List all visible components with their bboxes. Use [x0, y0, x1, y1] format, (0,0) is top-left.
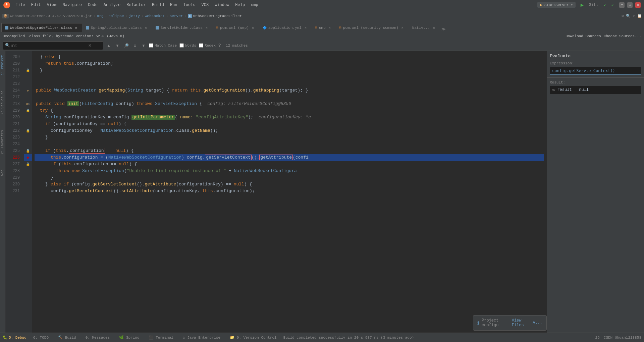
tab2-close-button[interactable]: ✕: [144, 25, 148, 30]
vc-icon: 📁: [230, 336, 234, 340]
tab-applicationyml[interactable]: 🔷 application.yml ✕: [259, 23, 312, 32]
menu-analyze[interactable]: Analyze: [101, 2, 123, 8]
close-button[interactable]: ✕: [635, 2, 641, 8]
tab7-close-button[interactable]: ✕: [400, 25, 405, 30]
run-button[interactable]: ▶: [581, 2, 584, 8]
vertical-tab-structure[interactable]: 7: Structure: [0, 88, 5, 117]
tab-pomxml-security[interactable]: m pom.xml (security-common) ✕: [336, 23, 409, 32]
menu-run[interactable]: Run: [167, 2, 180, 8]
search-close-button[interactable]: ✕: [87, 42, 93, 49]
breadcrumb-websocket[interactable]: websocket: [145, 14, 165, 18]
download-sources-link[interactable]: Download Sources: [566, 34, 601, 38]
vertical-tab-project[interactable]: 1: Project: [0, 52, 5, 78]
debug-tab[interactable]: 🐛 5: Debug: [3, 335, 26, 340]
evaluate-title: Evaluate: [550, 54, 641, 59]
tooltip-more-link[interactable]: A...: [533, 321, 542, 325]
line-num-228: 228: [7, 168, 22, 174]
vertical-tab-web[interactable]: Web: [0, 167, 5, 178]
toolbar: 📦 websocket-server-9.4.47.v20220610.jar …: [0, 10, 644, 22]
tab-pomxml[interactable]: m pom.xml (ump) ✕: [213, 23, 259, 32]
search-up-button[interactable]: ▲: [105, 42, 112, 49]
debug-point-226: ●: [26, 155, 29, 160]
tab-websocketupgradefilter[interactable]: WebSocketUpgradeFilter.class ✕: [1, 23, 82, 32]
tab-close-button[interactable]: ✕: [74, 25, 78, 30]
expression-input[interactable]: [550, 67, 641, 75]
menu-file[interactable]: File: [13, 2, 28, 8]
spring-icon: 🌿: [119, 336, 124, 340]
line-numbers: 209 210 211 212 213 214 217 218 219 220 …: [5, 51, 24, 341]
todo-tab[interactable]: 6: TODO: [31, 335, 51, 340]
match-case-checkbox[interactable]: [149, 43, 153, 48]
match-case-option[interactable]: Match Case: [149, 43, 177, 48]
tab-ump[interactable]: m ump ✕: [312, 23, 336, 32]
java-enterprise-tab[interactable]: ☕ Java Enterprise: [180, 335, 223, 340]
search-icon: 🔍: [5, 43, 10, 48]
breadcrumb-jetty[interactable]: jetty: [129, 14, 140, 18]
search-input[interactable]: [11, 43, 85, 48]
regex-option[interactable]: Regex: [199, 43, 216, 48]
breadcrumb-org[interactable]: org: [97, 14, 104, 18]
messages-tab[interactable]: 0: Messages: [83, 335, 113, 340]
breadcrumb-eclipse[interactable]: eclipse: [108, 14, 124, 18]
hammer-icon: 🔨: [58, 336, 63, 340]
code-line-217: [35, 94, 544, 101]
code-line-212: [35, 74, 544, 80]
spring-tab[interactable]: 🌿 Spring: [116, 335, 142, 340]
menu-window[interactable]: Window: [212, 2, 232, 8]
breadcrumb-class[interactable]: WebSocketUpgradeFilter: [193, 14, 242, 18]
menu-tools[interactable]: Tools: [181, 2, 198, 8]
view-files-link[interactable]: View Files: [512, 318, 530, 328]
tab-springapplication[interactable]: SpringApplication.class ✕: [82, 23, 152, 32]
regex-checkbox[interactable]: [199, 43, 203, 48]
tab5-close-button[interactable]: ✕: [303, 25, 308, 30]
maximize-button[interactable]: □: [627, 2, 633, 8]
more-tabs-button[interactable]: ≫: [441, 27, 446, 32]
line-num-211: 211: [7, 67, 22, 74]
words-option[interactable]: Words: [179, 43, 196, 48]
code-line-223: }: [35, 134, 544, 141]
minimize-button[interactable]: ─: [619, 2, 625, 8]
tab3-class-icon: [156, 26, 159, 30]
status-bar: 🐛 5: Debug 6: TODO 🔨 Build 0: Messages 🌿…: [0, 333, 644, 342]
line-num-220: 220: [7, 114, 22, 121]
line-num-214: 214: [7, 87, 22, 94]
find-in-path-button[interactable]: 🔎: [123, 42, 129, 49]
menu-refactor[interactable]: Refactor: [124, 2, 149, 8]
tab-nativ[interactable]: Nativ... ✕: [409, 23, 440, 32]
tab8-close-button[interactable]: ✕: [432, 25, 436, 30]
tab2-class-icon: [86, 26, 89, 30]
menu-code[interactable]: Code: [85, 2, 100, 8]
breadcrumb-jar: websocket-server-9.4.47.v20220610.jar: [10, 14, 92, 18]
words-checkbox[interactable]: [179, 43, 184, 48]
menu-navigate[interactable]: Navigate: [60, 2, 85, 8]
menu-edit[interactable]: Edit: [29, 2, 44, 8]
gutter-210: [24, 60, 32, 67]
run-config-label[interactable]: StartServer: [544, 3, 569, 7]
tab4-close-button[interactable]: ✕: [251, 25, 255, 30]
terminal-tab[interactable]: ⬛ Terminal: [146, 335, 176, 340]
choose-sources-link[interactable]: Choose Sources...: [604, 34, 641, 38]
menu-help[interactable]: Help: [232, 2, 248, 8]
menu-build[interactable]: Build: [149, 2, 167, 8]
code-line-228: throw new ServletException("Unable to fi…: [35, 168, 544, 174]
tooltip-popup: ℹ Project configu View Files A...: [473, 315, 547, 331]
breadcrumb-server[interactable]: server: [170, 14, 183, 18]
menu-view[interactable]: View: [44, 2, 59, 8]
build-tab[interactable]: 🔨 Build: [55, 335, 79, 340]
regex-help-icon[interactable]: ?: [218, 43, 221, 48]
filter-button[interactable]: ▼: [140, 42, 147, 49]
version-control-tab[interactable]: 📁 9: Version Control: [227, 335, 279, 340]
editor-area[interactable]: 209 210 211 212 213 214 217 218 219 220 …: [5, 51, 547, 341]
code-view: 209 210 211 212 213 214 217 218 219 220 …: [5, 51, 547, 341]
search-down-button[interactable]: ▼: [114, 42, 121, 49]
menu-ump[interactable]: ump: [248, 2, 261, 8]
code-content[interactable]: } else { return this.configuration; } pu: [32, 51, 547, 341]
tab-servletholder[interactable]: ServletHolder.class ✕: [152, 23, 213, 32]
vertical-tab-favorites[interactable]: 2: Favorites: [0, 127, 5, 157]
expression-label: Expression:: [550, 61, 641, 65]
tab3-close-button[interactable]: ✕: [204, 25, 209, 30]
menu-vcs[interactable]: VCS: [199, 2, 212, 8]
gutter-225: 🔒: [24, 148, 32, 154]
search-options-button[interactable]: ≡: [131, 42, 138, 49]
tab6-close-button[interactable]: ✕: [327, 25, 332, 30]
